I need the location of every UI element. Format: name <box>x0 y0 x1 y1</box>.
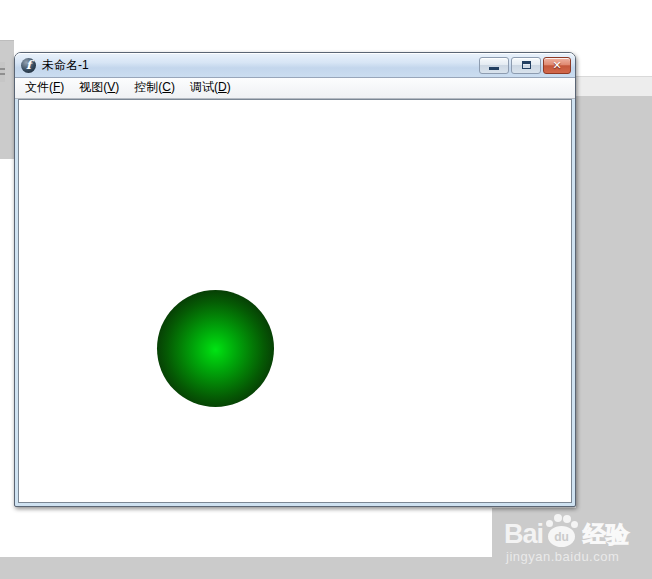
minimize-icon <box>489 67 499 70</box>
window-controls: ✕ <box>479 57 571 74</box>
baidu-logo-text: Bai <box>504 521 543 547</box>
workspace-gray-right <box>576 96 652 579</box>
menu-item-debug[interactable]: 调试(D) <box>183 77 239 99</box>
menu-item-file[interactable]: 文件(F) <box>18 77 72 99</box>
green-ball <box>157 290 274 407</box>
close-button[interactable]: ✕ <box>543 57 571 74</box>
panel-grip <box>0 62 5 82</box>
jingyan-cn-text: 经验 <box>583 522 629 547</box>
maximize-icon <box>522 61 531 69</box>
baidu-jingyan-watermark: Bai du 经验 jingyan.baidu.com <box>504 514 629 564</box>
title-bar[interactable]: f 未命名-1 ✕ <box>15 53 575 77</box>
jingyan-url-text: jingyan.baidu.com <box>504 549 629 564</box>
baidu-paw-icon: du <box>545 514 579 547</box>
flash-player-window: f 未命名-1 ✕ 文件(F)视图(V)控制(C)调试(D) <box>14 52 576 507</box>
close-icon: ✕ <box>552 60 561 71</box>
flash-player-icon: f <box>21 58 36 73</box>
menu-item-control[interactable]: 控制(C) <box>127 77 183 99</box>
window-title: 未命名-1 <box>42 57 89 74</box>
minimize-button[interactable] <box>479 57 509 74</box>
workspace-pale-strip <box>576 76 652 97</box>
baidu-paw-du-text: du <box>548 526 575 547</box>
menu-bar: 文件(F)视图(V)控制(C)调试(D) <box>15 77 575 99</box>
workspace-gray-left <box>0 40 14 159</box>
maximize-button[interactable] <box>511 57 541 74</box>
movie-stage <box>18 99 572 503</box>
menu-item-view[interactable]: 视图(V) <box>72 77 127 99</box>
baidu-jingyan-logo: Bai du 经验 <box>504 514 629 547</box>
